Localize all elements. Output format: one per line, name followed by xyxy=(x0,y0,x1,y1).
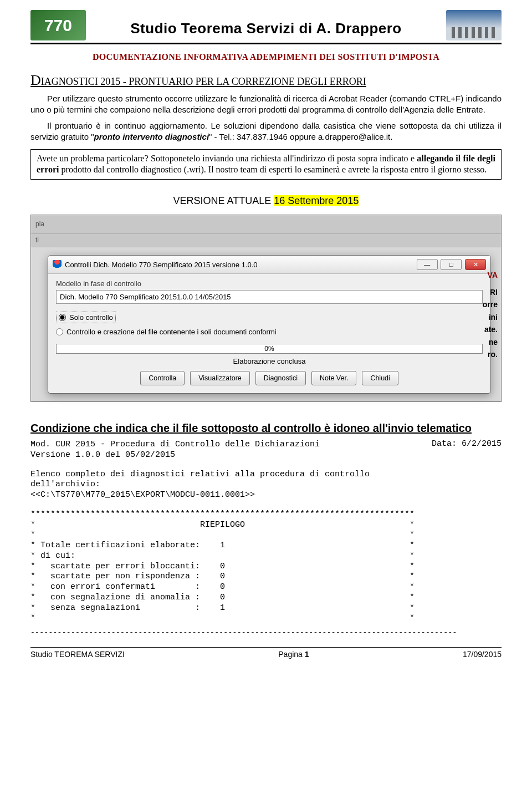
dialog-titlebar: Controlli Dich. Modello 770 Semplificato… xyxy=(48,256,490,274)
dialog-window: Controlli Dich. Modello 770 Semplificato… xyxy=(48,255,491,394)
btn-controlla[interactable]: Controlla xyxy=(140,371,185,385)
radio-controllo-creazione[interactable]: Controllo e creazione del file contenent… xyxy=(56,328,483,336)
progress-bar: 0% xyxy=(56,344,483,354)
notice-box: Avete un problema particolare? Sottopone… xyxy=(30,149,502,180)
embedded-screenshot: pia ti VA RI orre ini ate. ne ro. Contro… xyxy=(30,215,502,403)
dash-line: ----------------------------------------… xyxy=(30,628,502,637)
bg-text-black: RI orre ini ate. ne ro. xyxy=(483,286,498,360)
status-text: Elaborazione conclusa xyxy=(56,357,483,365)
bg-text-red: VA xyxy=(488,271,498,279)
subheader: DOCUMENTAZIONE INFORMATIVA ADEMPIMENTI D… xyxy=(30,52,502,62)
bg-toolbar: pia xyxy=(31,215,501,234)
mono-archive: Elenco completo dei diagnostici relativi… xyxy=(30,470,502,501)
radio-controllo-creazione-label: Controllo e creazione del file contenent… xyxy=(66,328,277,336)
page-title: DIAGNOSTICI 2015 - PRONTUARIO PER LA COR… xyxy=(30,72,502,89)
logo-770: 770 xyxy=(30,10,86,40)
mono-header: Mod. CUR 2015 - Procedura di Controllo d… xyxy=(30,440,502,461)
dialog-title: Controlli Dich. Modello 770 Semplificato… xyxy=(65,261,258,269)
radio-solo-controllo-label: Solo controllo xyxy=(69,313,113,322)
studio-title: Studio Teorema Servizi di A. Drappero xyxy=(86,20,446,40)
progress: 0% xyxy=(56,344,483,354)
radio-solo-controllo-input[interactable] xyxy=(59,314,66,321)
button-row: Controlla Visualizzatore Diagnostici Not… xyxy=(56,371,483,385)
minimize-button[interactable]: — xyxy=(417,259,438,270)
btn-diagnostici[interactable]: Diagnostici xyxy=(255,371,306,385)
header: 770 Studio Teorema Servizi di A. Drapper… xyxy=(30,10,502,44)
footer-center: Pagina 1 xyxy=(278,650,309,659)
radio-solo-controllo[interactable]: Solo controllo xyxy=(56,312,116,323)
footer: Studio TEOREMA SERVIZI Pagina 1 17/09/20… xyxy=(30,647,502,659)
btn-chiudi[interactable]: Chiudi xyxy=(362,371,398,385)
btn-note-ver[interactable]: Note Ver. xyxy=(311,371,356,385)
java-icon xyxy=(53,260,62,269)
intro-p2: Il prontuario è in continuo aggiornament… xyxy=(30,120,502,143)
btn-visualizzatore[interactable]: Visualizzatore xyxy=(190,371,250,385)
people-graphic xyxy=(446,10,502,40)
condizione-title: Condizione che indica che il file sottop… xyxy=(30,422,502,435)
bg-toolbar2: ti xyxy=(31,234,501,247)
maximize-button[interactable]: □ xyxy=(441,259,462,270)
footer-left: Studio TEOREMA SERVIZI xyxy=(30,650,125,659)
riepilogo-block: ****************************************… xyxy=(30,510,502,624)
radio-controllo-creazione-input[interactable] xyxy=(56,328,63,335)
model-field: Dich. Modello 770 Semplificato 20151.0.0… xyxy=(56,290,483,304)
version-line: VERSIONE ATTUALE 16 Settembre 2015 xyxy=(30,195,502,207)
progress-pct: 0% xyxy=(264,345,274,353)
footer-right: 17/09/2015 xyxy=(463,650,502,659)
close-button[interactable]: ✕ xyxy=(465,259,486,270)
intro-p1: Per utilizzare questo strumento occorre … xyxy=(30,93,502,116)
model-label: Modello in fase di controllo xyxy=(56,279,483,288)
